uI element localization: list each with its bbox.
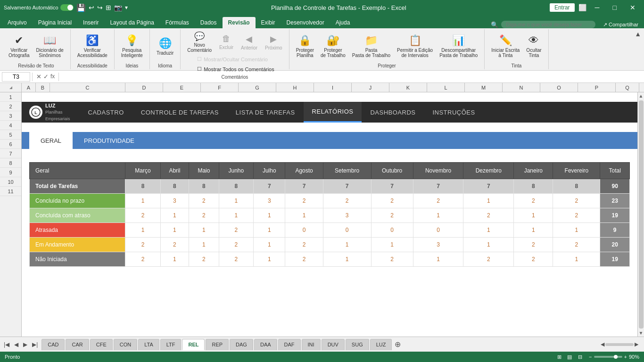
hscroll-left-btn[interactable]: ◀ [601,341,604,347]
sheet-tab-ini[interactable]: INI [302,339,321,350]
login-button[interactable]: Entrar [550,3,575,12]
restore-icon[interactable]: ⬜ [578,4,586,11]
cell[interactable]: 8 [189,179,219,194]
scroll-down-btn[interactable]: ▼ [638,329,644,337]
cell[interactable]: 0 [285,223,323,238]
cell[interactable]: 1 [463,223,514,238]
redo-icon[interactable]: ↪ [97,4,103,11]
cell[interactable]: 3 [413,238,463,252]
cell[interactable]: 1 [125,194,160,208]
cell[interactable]: 1 [323,238,371,252]
btn-iniciar-escrita[interactable]: ✏️ Iniciar Escritaà Tinta [488,33,522,59]
close-button[interactable]: ✕ [625,2,640,13]
cell-total[interactable]: 20 [600,238,630,252]
insert-function-icon[interactable]: fx [50,73,55,80]
cell[interactable]: 7 [371,179,413,194]
autosave-toggle[interactable] [60,4,74,11]
btn-novo-comentario[interactable]: 💬 NovoComentário [184,30,215,54]
cell-reference[interactable]: T3 [2,72,30,82]
tab-first-btn[interactable]: |◀ [2,340,11,349]
col-header-q[interactable]: Q [616,83,639,92]
row-1[interactable]: 1 [0,92,21,102]
cell[interactable]: 7 [285,179,323,194]
cell[interactable]: 1 [323,252,371,267]
cell[interactable]: 1 [413,208,463,223]
sheet-tab-car[interactable]: CAR [66,339,89,350]
cell[interactable]: 8 [219,179,253,194]
col-header-d[interactable]: D [125,83,163,92]
cell[interactable]: 1 [125,223,160,238]
tab-desenvolvedor[interactable]: Desenvolvedor [281,17,330,28]
cell[interactable]: 2 [285,252,323,267]
cell[interactable]: 1 [285,208,323,223]
nav-dashboards[interactable]: DASHBOARDS [362,102,424,123]
cell[interactable]: 1 [553,223,600,238]
col-header-m[interactable]: M [465,83,503,92]
col-header-b[interactable]: B [36,83,50,92]
save-icon[interactable]: 💾 [76,3,86,12]
row-9[interactable]: 9 [0,168,21,177]
cell[interactable]: 1 [219,208,253,223]
btn-pesquisa[interactable]: 💡 PesquisaInteligente [118,33,146,59]
cell[interactable]: 2 [463,208,514,223]
tab-ajuda[interactable]: Ajuda [330,17,356,28]
btn-descompartilhar[interactable]: 📊 DescompartilharPasta de Trabalho [437,33,480,59]
sheet-tab-duv[interactable]: DUV [322,339,345,350]
cell[interactable]: 7 [254,179,285,194]
cell[interactable]: 1 [160,252,189,267]
cell[interactable]: 1 [514,223,553,238]
page-layout-icon[interactable]: ▤ [565,354,574,360]
cell[interactable]: 2 [413,194,463,208]
search-input[interactable] [501,21,595,28]
sheet-tab-rel[interactable]: REL [182,339,205,350]
tab-layout[interactable]: Layout da Página [104,17,159,28]
tab-dados[interactable]: Dados [195,17,223,28]
cell[interactable]: 2 [285,238,323,252]
cell[interactable]: 1 [553,252,600,267]
cell[interactable]: 1 [413,252,463,267]
tab-pagina[interactable]: Página Inicial [33,17,77,28]
cell[interactable]: 1 [160,223,189,238]
tab-next-btn[interactable]: ▶ [21,340,29,349]
btn-ocultar-tinta[interactable]: 👁 OcultarTinta [523,33,544,59]
tab-revisao[interactable]: Revisão [223,17,256,28]
row-6[interactable]: 6 [0,140,21,149]
row-2[interactable]: 2 [0,102,21,111]
tab-last-btn[interactable]: ▶| [30,340,40,349]
cell[interactable]: 2 [189,252,219,267]
btn-traduzir[interactable]: 🌐 Traduzir [154,36,176,57]
share-button[interactable]: ↗ Compartilhar [603,22,638,28]
confirm-formula-icon[interactable]: ✓ [43,73,49,80]
nav-relatorios[interactable]: RELATÓRIOS [304,102,362,123]
undo-icon[interactable]: ↩ [89,4,94,11]
row-10[interactable]: 10 [0,177,21,187]
nav-controle[interactable]: CONTROLE DE TAREFAS [132,102,227,123]
cell[interactable]: 1 [189,223,219,238]
sheet-tab-sug[interactable]: SUG [346,339,369,350]
sheet-tab-daa[interactable]: DAA [254,339,277,350]
cell[interactable]: 2 [463,252,514,267]
btn-dicionario[interactable]: 📖 Dicionário deSinônimos [33,33,66,59]
sheet-tab-rep[interactable]: REP [206,339,229,350]
normal-view-icon[interactable]: ⊞ [555,354,563,360]
cell[interactable]: 1 [463,194,514,208]
row-8[interactable]: 8 [0,158,21,168]
nav-cadastro[interactable]: CADASTRO [80,102,132,123]
cell[interactable]: 0 [371,223,413,238]
cell[interactable]: 2 [125,238,160,252]
row-3[interactable]: 3 [0,111,21,121]
tab-arquivo[interactable]: Arquivo [2,17,33,28]
sheet-tab-lta[interactable]: LTA [138,339,159,350]
nav-lista[interactable]: LISTA DE TAREFAS [227,102,304,123]
btn-verificar-acessibilidade[interactable]: ♿ VerificarAcessibilidade [74,33,110,59]
cell[interactable]: 2 [219,223,253,238]
cell-total[interactable]: 19 [600,252,630,267]
cell[interactable]: 3 [254,194,285,208]
col-header-a[interactable]: A [22,83,36,92]
cell[interactable]: 3 [160,194,189,208]
btn-verificar-ortografia[interactable]: ✔ VerificarOrtografia [6,33,32,59]
save2-icon[interactable]: ⊞ [106,4,111,11]
cell[interactable]: 7 [463,179,514,194]
cell[interactable]: 7 [323,179,371,194]
sheet-tab-dag[interactable]: DAG [230,339,253,350]
